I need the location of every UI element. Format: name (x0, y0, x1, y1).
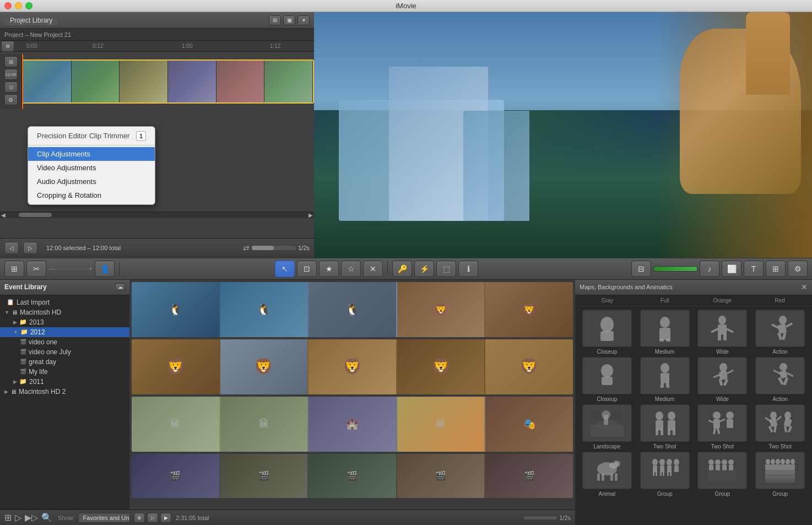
maps-item-action-1[interactable]: Action (753, 310, 808, 355)
browser-speed-slider[interactable] (524, 516, 557, 519)
timeline-scrollbar[interactable]: ◀ ▶ (0, 212, 314, 218)
maps-panel-title: Maps, Backgrounds and Animatics (580, 284, 673, 290)
giraffe-neck (746, 12, 790, 95)
maps-item-group-2[interactable]: Group (695, 452, 750, 497)
project-icon-2[interactable]: ▣ (283, 15, 295, 25)
tool-edit-view[interactable]: ✂ (26, 261, 46, 277)
maps-item-two-shot-3[interactable]: Two Shot (753, 404, 808, 450)
tree-item-video-one-july[interactable]: 🎬 video one July (0, 347, 129, 357)
project-icon-3[interactable]: ▾ (297, 15, 310, 25)
video-strip-2[interactable]: 🦁 🦁 🦁 🦁 🦁 (132, 339, 573, 394)
lib-btn-1[interactable]: ⊞ (4, 512, 12, 523)
volume-bar[interactable] (653, 266, 697, 272)
svg-rect-43 (661, 430, 663, 435)
tree-item-my-life[interactable]: 🎬 My life (0, 367, 129, 377)
tool-text[interactable]: T (744, 261, 764, 277)
svg-rect-89 (709, 465, 713, 470)
lib-btn-3[interactable]: ▶▷ (25, 512, 38, 523)
track-ctrl-2[interactable]: 12:00 (4, 69, 18, 80)
speed-slider[interactable] (252, 246, 296, 250)
scroll-arrow-right[interactable]: ▶ (308, 212, 313, 218)
tree-item-macintosh-hd-2[interactable]: ▶ 🖥 Macintosh HD 2 (0, 387, 129, 397)
context-menu-item-clip-adj[interactable]: Clip Adjustments (28, 147, 155, 161)
zoom-slider[interactable] (56, 268, 88, 270)
video-strip-3[interactable]: 🏛 🏛 🏰 🏛 🎭 (132, 397, 573, 452)
tree-item-video-one[interactable]: 🎬 video one (0, 337, 129, 347)
maps-item-medium-1[interactable]: Medium (637, 310, 692, 355)
rewind-button[interactable]: ◁ (4, 242, 19, 254)
tool-grid[interactable]: ⊟ (631, 261, 651, 277)
context-menu-item-audio-adj[interactable]: Audio Adjustments (28, 175, 155, 188)
browser-speed-section: 1/2s (524, 515, 571, 521)
tool-reject[interactable]: ✕ (363, 261, 383, 277)
maps-item-animal[interactable]: Animal (580, 452, 635, 497)
tree-item-macintosh-hd[interactable]: ▼ 🖥 Macintosh HD (0, 307, 129, 317)
video-strip-4[interactable]: 🎬 🎬 🎬 🎬 🎬 (132, 454, 573, 498)
maps-item-medium-2[interactable]: Medium (637, 357, 692, 402)
browser-play-1[interactable]: ⊕ (134, 513, 145, 523)
tool-people[interactable]: 👤 (95, 261, 115, 277)
browser-play-3[interactable]: ▶ (160, 513, 171, 523)
project-icon-1[interactable]: ⊞ (269, 15, 281, 25)
svg-rect-93 (722, 465, 727, 470)
svg-point-40 (656, 412, 663, 420)
maps-item-group-3[interactable]: Group (753, 452, 808, 497)
tree-item-2013[interactable]: ▶ 📁 2013 (0, 317, 129, 327)
tool-photo[interactable]: ⬜ (722, 261, 741, 277)
minimize-button[interactable] (15, 2, 22, 9)
svg-point-56 (770, 412, 777, 419)
maps-item-wide-2[interactable]: Wide (695, 357, 750, 402)
tree-item-last-import[interactable]: 📋 Last Import (0, 297, 129, 307)
track-frame-1 (23, 61, 72, 102)
tool-unfavorite[interactable]: ☆ (341, 261, 361, 277)
context-menu-item-video-adj[interactable]: Video Adjustments (28, 161, 155, 175)
tool-crop[interactable]: ⬚ (436, 261, 456, 277)
tool-clip-view[interactable]: ⊞ (4, 261, 24, 277)
tree-item-2011[interactable]: ▶ 📁 2011 (0, 377, 129, 387)
maps-item-group-1[interactable]: Group (637, 452, 692, 497)
svg-rect-3 (659, 328, 670, 340)
scrollbar-thumb[interactable] (19, 213, 52, 217)
scroll-arrow-left[interactable]: ◀ (1, 212, 6, 218)
maps-item-closeup-1[interactable]: Closeup (580, 310, 635, 355)
maps-item-wide-1[interactable]: Wide (695, 310, 750, 355)
maps-panel-close-btn[interactable]: ✕ (801, 283, 808, 291)
svg-point-73 (614, 461, 618, 465)
tool-key[interactable]: 🔑 (392, 261, 412, 277)
zoom-max[interactable]: + (89, 265, 93, 273)
context-menu-item-crop[interactable]: Cropping & Rotation (28, 188, 155, 202)
maximize-button[interactable] (25, 2, 33, 9)
close-button[interactable] (4, 2, 12, 9)
event-library-cloud[interactable]: ☁ (115, 283, 125, 291)
tool-favorite[interactable]: ★ (319, 261, 339, 277)
maps-item-two-shot-2[interactable]: Two Shot (695, 404, 750, 450)
timeline-ctrl-1[interactable]: ⊛ (1, 41, 14, 52)
track-ctrl-3[interactable]: ⊙ (4, 82, 18, 93)
maps-item-closeup-2[interactable]: Closeup (580, 357, 635, 402)
tool-wand[interactable]: ⚡ (414, 261, 434, 277)
maps-item-action-2[interactable]: Action (753, 357, 808, 402)
event-browser-content[interactable]: 🐧 🐧 🐧 🦁 🦁 🦁 🦁 🦁 🦁 🦁 (129, 280, 575, 510)
tool-info[interactable]: ℹ (458, 261, 478, 277)
browser-play-2[interactable]: ▷ (147, 513, 158, 523)
maps-label-landscape: Landscape (593, 443, 620, 450)
lib-btn-4[interactable]: 🔍 (41, 512, 52, 523)
swap-icon[interactable]: ⇄ (243, 243, 250, 252)
maps-item-two-shot-1[interactable]: Two Shot (637, 404, 692, 450)
tree-item-2012[interactable]: ▼ 📁 2012 (0, 327, 129, 337)
lib-btn-2[interactable]: ▷ (15, 512, 21, 523)
tree-item-great-day[interactable]: 🎬 great day (0, 357, 129, 367)
play-button[interactable]: ▷ (23, 242, 37, 254)
timeline-track[interactable] (22, 59, 314, 104)
tool-crop-overlay[interactable]: ⊡ (297, 261, 317, 277)
track-ctrl-1[interactable]: ⊞ (4, 56, 18, 67)
track-ctrl-4[interactable]: ⚙ (4, 94, 18, 105)
video-strip-1[interactable]: 🐧 🐧 🐧 🦁 🦁 (132, 282, 573, 337)
zoom-min[interactable]: — (48, 265, 55, 273)
tool-music[interactable]: ♪ (700, 261, 719, 277)
project-library-tab[interactable]: Project Library (4, 15, 58, 25)
maps-item-landscape[interactable]: Landscape (580, 404, 635, 450)
tool-settings[interactable]: ⚙ (788, 261, 808, 277)
tool-expand[interactable]: ⊞ (766, 261, 786, 277)
tool-select[interactable]: ↖ (275, 261, 295, 277)
